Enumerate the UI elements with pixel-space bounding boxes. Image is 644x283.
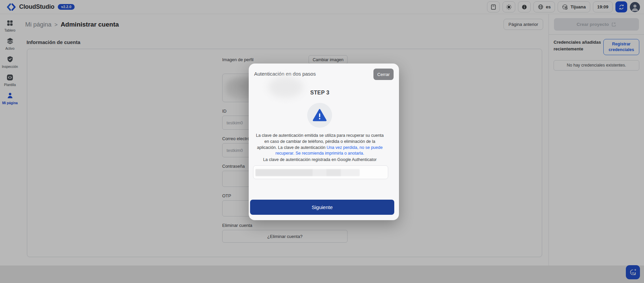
auth-key-redacted-value (255, 169, 360, 176)
auth-key-field[interactable] (253, 165, 388, 179)
next-step-button[interactable]: Siguiente (250, 200, 394, 215)
warning-icon-circle (307, 103, 332, 128)
modal-info-text: La clave de autenticación emitida se uti… (254, 133, 386, 163)
warning-triangle-icon (313, 109, 327, 122)
step-heading: STEP 3 (249, 90, 391, 96)
modal-title: Autenticación en dos pasos (254, 71, 316, 77)
two-factor-modal: Autenticación en dos pasos Cerrar STEP 3… (249, 64, 399, 220)
info-registered-text: La clave de autenticación registrada en … (254, 157, 386, 163)
modal-close-button[interactable]: Cerrar (373, 69, 394, 80)
